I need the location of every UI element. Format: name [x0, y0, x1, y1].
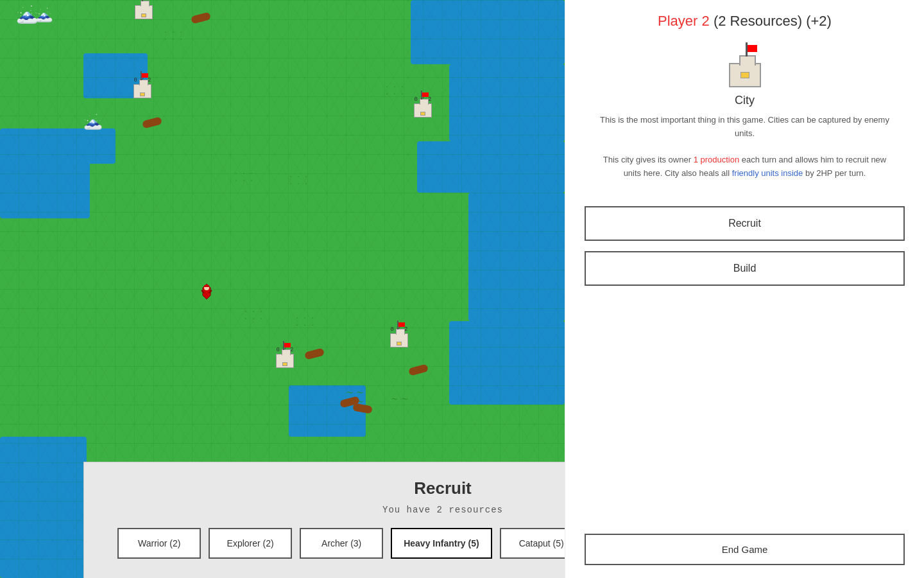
city-building-2 [133, 84, 151, 98]
water-patch [83, 128, 116, 164]
city-window-2 [140, 92, 145, 96]
vegetation: · · ·· · · [164, 29, 183, 43]
city-window-4 [282, 362, 287, 366]
water-patch [411, 0, 565, 64]
vegetation: · · ·· · · [295, 315, 314, 329]
wood-log [191, 12, 211, 24]
warrior-unit[interactable] [199, 283, 214, 302]
city-window-1 [141, 13, 146, 17]
water-patch [417, 141, 565, 193]
player-resources: (2 Resources) (+2) [714, 13, 832, 29]
action-buttons: Recruit Build [585, 206, 905, 286]
recruit-title: Recruit [103, 478, 565, 498]
vegetation: · · ·· · · [244, 308, 263, 322]
city-desc-1: This is the most important thing in this… [600, 115, 889, 138]
recruit-resources-text: You have 2 resources [103, 505, 565, 515]
city-building-5 [390, 333, 408, 347]
city-building-3 [414, 103, 432, 118]
city-large-flag [747, 45, 757, 52]
city-panel: City This is the most important thing in… [585, 42, 905, 180]
recruit-modal: × Recruit You have 2 resources Warrior (… [83, 462, 565, 578]
wood-log [408, 363, 429, 376]
city-icon-2[interactable]: 0 / 2 [133, 77, 151, 98]
sidebar-bottom: End Game [585, 534, 905, 565]
city-description: This is the most important thing in this… [597, 114, 893, 180]
wood-log [142, 116, 162, 128]
unit-btn-cataput[interactable]: Cataput (5) [500, 528, 565, 559]
city-icon-large [723, 42, 767, 87]
unit-btn-archer[interactable]: Archer (3) [300, 528, 383, 559]
city-flag-4 [284, 343, 291, 347]
city-flag-3 [422, 92, 429, 97]
city-flag-5 [398, 322, 405, 327]
city-window-3 [420, 112, 425, 116]
city-icon-4[interactable]: 0 / 2 [276, 347, 294, 368]
water-patch [468, 193, 565, 321]
unit-btn-heavy-infantry[interactable]: Heavy Infantry (5) [391, 528, 492, 559]
unit-btn-explorer[interactable]: Explorer (2) [209, 528, 292, 559]
player-title: Player 2 (2 Resources) (+2) [658, 13, 832, 29]
city-building-4 [276, 354, 294, 368]
player-header: Player 2 (2 Resources) (+2) [585, 13, 905, 30]
city-icon-5[interactable]: 0 / 2 [390, 326, 408, 347]
city-name: City [735, 94, 755, 107]
city-icon-3[interactable]: 0 / 2 [414, 96, 432, 118]
unit-btn-warrior[interactable]: Warrior (2) [117, 528, 201, 559]
water-patch [0, 128, 90, 218]
vegetation: 〜 〜 [391, 395, 408, 404]
city-large-building [729, 63, 761, 87]
end-game-button[interactable]: End Game [585, 534, 905, 565]
city-window-5 [397, 342, 402, 346]
city-desc-2: This city gives its owner 1 production e… [603, 155, 887, 178]
unit-buttons-container: Warrior (2)Explorer (2)Archer (3)Heavy I… [103, 528, 565, 559]
map-area[interactable]: 🗻 🗻 🗻 · · ·· · · · · ·· · · · · ·· · · ·… [0, 0, 565, 578]
sidebar: Player 2 (2 Resources) (+2) City This is… [565, 0, 924, 578]
svg-rect-1 [205, 290, 208, 297]
city-flag-2 [142, 73, 148, 78]
vegetation: · · ·· · · [289, 173, 308, 188]
water-patch [449, 64, 565, 141]
player-name: Player 2 [658, 13, 710, 29]
svg-rect-3 [204, 285, 209, 287]
build-button[interactable]: Build [585, 251, 905, 286]
rock-icon: 🗻 [83, 112, 103, 131]
water-patch [449, 321, 565, 405]
city-icon-1[interactable] [135, 5, 153, 19]
city-large-window [740, 72, 749, 78]
recruit-button[interactable]: Recruit [585, 206, 905, 241]
city-building-1 [135, 5, 153, 19]
vegetation: · · ·· · · [234, 170, 253, 184]
wood-log [304, 347, 325, 360]
vegetation: · · ·· · · [385, 83, 404, 98]
water-patch [0, 437, 87, 578]
rock-icon: 🗻 [35, 6, 53, 24]
